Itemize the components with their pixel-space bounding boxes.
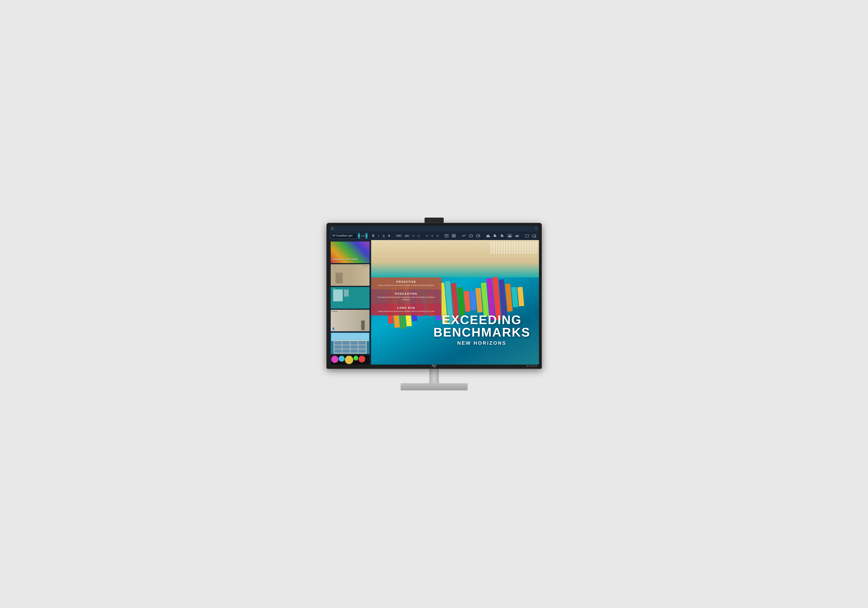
boat-dot (512, 246, 513, 247)
boat-dot (525, 251, 526, 252)
boat-dot (522, 253, 524, 253)
boat-dot (519, 248, 521, 248)
boat-dot (496, 253, 497, 253)
port-dot-3 (532, 365, 534, 367)
font-name-dropdown-arrow[interactable]: ▼ (358, 233, 360, 239)
align-left-button[interactable]: ≡ (425, 233, 429, 239)
slide-thumb-4[interactable]: TEAM WORK 👤 (331, 310, 369, 331)
svg-rect-13 (489, 236, 490, 237)
boat-dot (506, 251, 508, 252)
slide-thumb-1[interactable]: BRINGING UP A NEW CHANGE (331, 242, 369, 263)
slide-title-area: EXCEEDING BENCHMARKS NEW HORIZONS (433, 313, 530, 346)
boat-dot (498, 251, 500, 252)
insert-group (443, 233, 457, 239)
svg-rect-18 (501, 236, 502, 237)
boat-dot (519, 246, 521, 247)
slide-thumb-3[interactable]: GOALS (331, 287, 369, 309)
proactive-box: PROACTIVE Bring to the table win-win sur… (371, 278, 442, 289)
boat-dot (498, 246, 500, 247)
boat-dot (512, 242, 513, 244)
slide-thumb-2[interactable]: EXCELLENCE (331, 264, 369, 286)
boat-dot (498, 242, 500, 244)
boat-dot (535, 248, 537, 248)
duplicate-button[interactable] (531, 233, 538, 239)
superscript-button[interactable]: A² (411, 233, 416, 239)
align-right-button[interactable]: ≡ (435, 233, 440, 239)
subscript-button[interactable]: A₁ (416, 233, 421, 239)
boat-dot (527, 253, 529, 253)
proactive-title: PROACTIVE (375, 280, 437, 283)
boat-dot (496, 249, 497, 250)
slide-thumb-5[interactable]: ☀ (331, 332, 369, 354)
boat-dot (501, 246, 502, 247)
font-size-dropdown-arrow[interactable]: ▼ (366, 233, 367, 239)
slide-panel: BRINGING UP A NEW CHANGE EXCELLENCE (329, 240, 371, 364)
insert-grid-button[interactable] (450, 233, 457, 239)
svg-rect-27 (532, 234, 535, 237)
boat-dot (509, 244, 510, 245)
monitor-stand-neck (429, 369, 439, 383)
font-name-selector[interactable]: HP Simplified Light (331, 233, 357, 239)
svg-rect-15 (494, 236, 496, 237)
port-dot-1 (527, 365, 529, 367)
boat-dot (514, 244, 516, 245)
bar-chart-button[interactable] (485, 233, 491, 239)
slide-1-text: BRINGING UP A NEW CHANGE (333, 259, 367, 261)
column-chart-button[interactable] (492, 233, 499, 239)
strikethrough-button[interactable]: A (387, 233, 392, 239)
boat-dot (530, 246, 532, 247)
slide-subheading: NEW HORIZONS (433, 340, 530, 346)
boat-dot (512, 251, 513, 252)
boat-dot (504, 246, 505, 247)
boat-dot (493, 253, 494, 253)
slide-thumb-6[interactable] (331, 355, 369, 364)
boat-dot (493, 244, 494, 245)
layout-button[interactable] (538, 233, 539, 239)
boat-dot (504, 242, 505, 244)
area-chart-button[interactable] (513, 233, 520, 239)
boat-dot (496, 248, 497, 248)
boat-dot (512, 248, 513, 248)
boat-dot (498, 253, 500, 253)
text-format-group: B I A A (371, 233, 392, 239)
underline-button[interactable]: A (381, 233, 386, 239)
boat-dot (493, 246, 494, 247)
line-chart-button[interactable] (460, 233, 467, 239)
bold-button[interactable]: B (371, 233, 376, 239)
boat-dot (493, 242, 494, 244)
boat-14 (469, 291, 476, 310)
stacked-bar-button[interactable] (499, 233, 506, 239)
boat-dot (512, 244, 513, 245)
slide-2-label: EXCELLENCE (362, 265, 369, 267)
new-slide-button[interactable] (524, 233, 530, 239)
boat-dot (517, 251, 518, 252)
main-content: BRINGING UP A NEW CHANGE EXCELLENCE (329, 240, 539, 364)
insert-table-button[interactable] (443, 233, 450, 239)
abc-lower-button[interactable]: abc (403, 233, 411, 239)
boat-dot (532, 248, 534, 248)
chart-group (460, 233, 482, 239)
boat-21 (511, 287, 518, 307)
abc-upper-button[interactable]: ABC (395, 233, 403, 239)
shape-button[interactable] (468, 233, 474, 239)
more-charts-button[interactable] (506, 233, 513, 239)
close-button[interactable]: × (535, 227, 537, 230)
boat-dot (493, 249, 494, 250)
boat-dot (519, 251, 521, 252)
font-size-input[interactable]: 12 (361, 233, 364, 239)
boat-dot (501, 248, 502, 248)
webcam-bump (425, 217, 444, 223)
align-center-button[interactable]: ≡ (430, 233, 435, 239)
boat-dot (525, 246, 526, 247)
svg-rect-12 (488, 234, 489, 237)
italic-button[interactable]: I (376, 233, 381, 239)
boat-dot (532, 246, 534, 247)
image-button[interactable] (475, 233, 482, 239)
boat-dot (530, 248, 532, 248)
font-name-label: HP Simplified Light (332, 234, 352, 237)
title-bar-left: ☰ (331, 227, 333, 230)
boat-dot (527, 251, 529, 252)
boat-dot (530, 244, 532, 245)
boat-dot (501, 244, 502, 245)
boat-dot (517, 248, 518, 248)
